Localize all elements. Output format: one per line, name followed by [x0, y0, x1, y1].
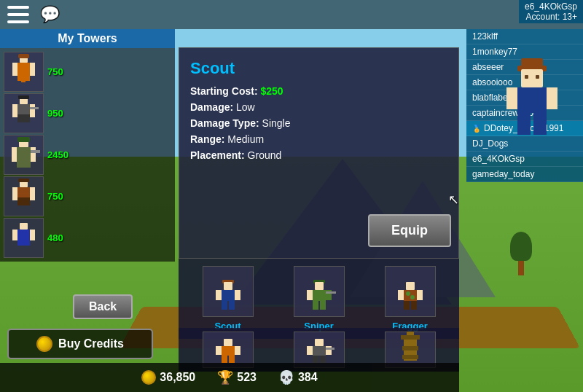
svg-rect-30: [12, 230, 17, 240]
svg-rect-12: [18, 95, 29, 99]
tower-sprite-2: [7, 95, 40, 132]
sniper-icon-sprite: [301, 270, 337, 313]
svg-rect-50: [315, 282, 324, 290]
svg-rect-25: [30, 187, 35, 200]
tower-cost-3: 2450: [47, 149, 69, 160]
back-button[interactable]: Back: [73, 294, 133, 319]
svg-rect-27: [20, 223, 28, 230]
tower-sprite-3: [7, 137, 40, 173]
svg-rect-19: [17, 137, 30, 142]
svg-rect-33: [521, 58, 543, 68]
info-panel: Scout Starting Cost: $250 Damage: Low Da…: [179, 47, 459, 259]
coins-display: 36,850: [141, 370, 195, 385]
svg-rect-29: [17, 238, 30, 246]
tower-sprite-5: [7, 220, 40, 256]
svg-point-63: [406, 291, 410, 296]
tower-cost-4: 750: [47, 191, 63, 202]
buy-credits-button[interactable]: Buy Credits: [7, 329, 153, 359]
tower-cost-5: 480: [47, 232, 63, 243]
svg-rect-4: [30, 63, 35, 76]
svg-rect-80: [401, 335, 420, 340]
user-info: e6_4KOkGsp Account: 13+: [519, 0, 583, 23]
svg-rect-56: [326, 291, 336, 294]
stat-starting-cost: Starting Cost: $250: [190, 85, 447, 97]
menu-line3: [7, 20, 29, 23]
svg-rect-70: [229, 356, 235, 363]
svg-rect-62: [411, 301, 417, 310]
svg-rect-20: [31, 150, 40, 153]
stat-range: Range: Medium: [190, 133, 447, 145]
svg-rect-66: [222, 346, 235, 356]
svg-rect-3: [12, 63, 17, 76]
tower-select-scout[interactable]: Scout: [203, 266, 254, 332]
towers-list: 750 950: [0, 48, 175, 262]
scout-icon-sprite: [210, 270, 246, 313]
player-item: 123klff: [466, 29, 583, 44]
tower-item-4[interactable]: 750: [4, 176, 171, 216]
equip-button[interactable]: Equip: [368, 214, 451, 247]
tower-item-5[interactable]: 480: [4, 218, 171, 258]
tower-select-sniper[interactable]: Sniper: [294, 266, 345, 332]
tower-icon-box-1: [4, 52, 44, 92]
player-name: 123klff: [472, 31, 498, 42]
svg-rect-24: [12, 187, 17, 200]
crown-icon: 🏅: [472, 125, 481, 133]
menu-line1: [7, 6, 29, 9]
svg-rect-71: [315, 339, 324, 346]
status-bar: 36,850 🏆 523 💀 384: [0, 363, 459, 392]
svg-rect-58: [404, 290, 417, 301]
trophies-value: 523: [237, 371, 257, 384]
tower-item-2[interactable]: 950: [4, 93, 171, 133]
svg-rect-67: [216, 346, 222, 355]
svg-rect-15: [17, 147, 31, 159]
svg-rect-45: [216, 290, 222, 300]
coins-value: 36,850: [160, 371, 195, 384]
svg-rect-65: [224, 339, 232, 346]
svg-rect-52: [307, 290, 313, 300]
account-info: Account: 13+: [525, 12, 577, 22]
svg-rect-17: [12, 147, 17, 162]
svg-rect-41: [533, 113, 547, 135]
svg-rect-44: [222, 290, 235, 301]
tower-sprite-4: [7, 179, 40, 215]
tower-select-fragger[interactable]: Fragger: [385, 266, 436, 332]
svg-rect-13: [30, 107, 39, 109]
scout-large-sprite: [496, 55, 568, 149]
svg-rect-59: [398, 290, 404, 300]
panel-title: Scout: [190, 59, 447, 78]
svg-rect-22: [17, 187, 30, 197]
svg-rect-1: [17, 63, 30, 73]
fragger-select-icon: [385, 266, 436, 317]
svg-rect-38: [506, 87, 517, 109]
svg-rect-72: [313, 346, 326, 356]
tower-item-1[interactable]: 750: [4, 52, 171, 92]
player-item: gameday_today: [466, 167, 583, 182]
tower-item-3[interactable]: 2450: [4, 135, 171, 175]
svg-rect-16: [17, 159, 31, 168]
towers-title: My Towers: [0, 29, 175, 48]
svg-rect-5: [21, 74, 26, 82]
chat-button[interactable]: 💬: [40, 5, 60, 24]
damage-label: Damage:: [190, 101, 233, 113]
sniper-select-icon: [294, 266, 345, 317]
tower-selector: Scout Sniper: [179, 259, 459, 339]
tower-cost-1: 750: [47, 66, 63, 77]
starting-cost-label: Starting Cost:: [190, 85, 258, 97]
svg-rect-26: [18, 179, 29, 182]
fragger-icon-sprite: [392, 270, 429, 313]
svg-rect-36: [536, 75, 539, 79]
menu-button[interactable]: [7, 6, 29, 23]
tower-sprite-1: [7, 54, 40, 90]
svg-rect-35: [525, 75, 528, 79]
svg-rect-31: [30, 230, 35, 240]
svg-rect-23: [17, 197, 30, 205]
svg-rect-68: [235, 346, 240, 355]
svg-rect-82: [402, 355, 418, 359]
svg-rect-28: [17, 230, 30, 238]
kills-value: 384: [298, 371, 318, 384]
svg-rect-11: [30, 104, 35, 117]
svg-rect-47: [222, 301, 227, 310]
range-label: Range:: [190, 133, 224, 145]
svg-rect-9: [17, 114, 30, 122]
bg-tree: [510, 232, 532, 275]
